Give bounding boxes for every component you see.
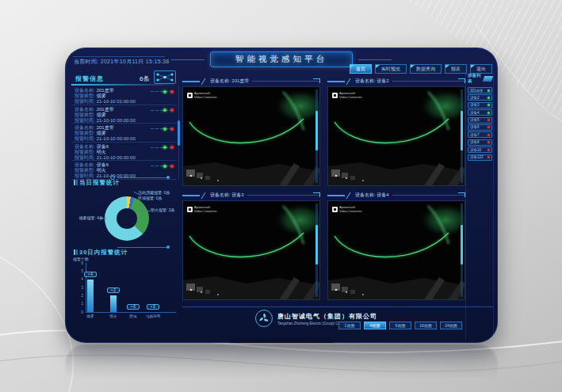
watermark: ApowersoftVideo Converter xyxy=(187,206,217,213)
donut-slice-label: 明火报警: 2条 xyxy=(151,207,175,212)
y-axis-tick: 0 xyxy=(72,310,83,314)
video-panel[interactable]: 设备名称: 设备2 xyxy=(327,76,465,186)
video-panel-header: 设备名称: 设备3 xyxy=(182,190,320,200)
slash-icon xyxy=(201,78,209,85)
device-name: 设备4 xyxy=(470,111,480,115)
device-list-item[interactable]: 201皮带 xyxy=(468,87,492,93)
donut-slice-label: 区域报警: 0条 xyxy=(138,196,162,200)
alarm-device-value: 201皮带 xyxy=(97,88,114,93)
red-status-dot xyxy=(170,127,174,131)
video-panel[interactable]: 设备名称: 设备4 xyxy=(327,190,465,300)
device-list-title: 设备列表 xyxy=(468,73,484,84)
screen-layout-button[interactable]: 16画面 xyxy=(415,322,437,329)
alarm-device-label: 设备名称: xyxy=(75,162,95,167)
device-list-item[interactable]: 设备10 xyxy=(468,147,492,153)
video-device-name: 设备名称: 设备2 xyxy=(355,78,389,85)
red-status-dot xyxy=(170,165,174,168)
video-scrollbar-thumb[interactable] xyxy=(461,111,463,150)
video-scrollbar-thumb[interactable] xyxy=(315,225,318,265)
video-scrollbar-thumb[interactable] xyxy=(461,225,463,265)
red-status-dot xyxy=(170,146,174,149)
y-axis-tick: 3 xyxy=(72,286,83,290)
video-device-name: 设备名称: 设备4 xyxy=(355,192,389,199)
device-list-item[interactable]: 设备6 xyxy=(468,124,492,131)
device-list-item[interactable]: 设备2 xyxy=(468,94,492,101)
y-axis-tick: 2 xyxy=(72,294,83,298)
video-feed[interactable]: ApowersoftVideo Converter xyxy=(327,200,465,300)
bar-value-bubble: • 0 xyxy=(147,304,159,310)
video-content xyxy=(183,201,320,300)
device-status-dot xyxy=(487,89,490,92)
header-segment-decor xyxy=(327,195,345,196)
header-segment-decor xyxy=(182,81,200,82)
device-name: 设备10 xyxy=(470,148,481,152)
alarm-list: 设备名称:201皮带 报警类型:烟雾 报警时间:21-10-10 01:00:0… xyxy=(71,86,177,180)
alarm-device-value: 201皮带 xyxy=(97,107,114,112)
alarm-time-value: 21-10-10 01:00:00 xyxy=(97,99,136,104)
alarm-list-item[interactable]: 设备名称:201皮带 报警类型:烟雾 报警时间:21-10-10 00:00:0… xyxy=(71,105,177,124)
nav-button[interactable]: 首页 xyxy=(350,64,372,74)
watermark: ApowersoftVideo Converter xyxy=(332,206,362,213)
video-feed[interactable]: ApowersoftVideo Converter xyxy=(182,86,320,186)
video-panel-header: 设备名称: 设备2 xyxy=(327,76,465,86)
bar-category-label: 区域 xyxy=(123,314,143,318)
monthly-alarm-bar-chart: 报警个数 0123456• 4烟雾• 2明火• 0区域• 0与岗违规 xyxy=(71,257,179,318)
alarm-type-value: 明火 xyxy=(97,150,106,154)
device-list-item[interactable]: 设备4 xyxy=(468,109,492,116)
video-feed[interactable]: ApowersoftVideo Converter xyxy=(327,86,465,186)
section-decor-dot xyxy=(166,245,170,249)
alarm-count-badge: 6条 xyxy=(140,74,149,83)
video-scrollbar-thumb[interactable] xyxy=(315,111,318,150)
nav-button[interactable]: 报表 xyxy=(445,64,467,74)
y-axis-tick: 6 xyxy=(72,261,83,265)
alarm-device-value: 设备6 xyxy=(97,162,109,167)
watermark: ApowersoftVideo Converter xyxy=(332,92,362,99)
device-reflection: 唐山智诚电气（集团）有限公司 Tangshan Zhicheng Electri… xyxy=(65,344,498,388)
device-status-dot xyxy=(487,149,490,151)
alarm-type-value: 烟雾 xyxy=(97,131,106,135)
screen-layout-button[interactable]: 1画面 xyxy=(338,322,361,329)
screen-layout-buttons: 1画面4画面9画面16画面24画面 xyxy=(338,322,462,329)
alarm-type-value: 烟雾 xyxy=(97,93,106,98)
header-segment-decor xyxy=(182,195,200,196)
bar-category-label: 明火 xyxy=(103,314,124,318)
device-list-item[interactable]: 设备7 xyxy=(468,131,492,138)
alarm-list-item[interactable]: 设备名称:设备6 报警类型:明火 报警时间:21-10-10 00:00:00 xyxy=(71,143,177,162)
x-axis xyxy=(86,312,176,313)
video-device-name: 设备名称: 设备3 xyxy=(210,192,244,199)
device-list-item[interactable]: 设备3 xyxy=(468,102,492,108)
video-feed[interactable]: ApowersoftVideo Converter xyxy=(182,200,320,300)
watermark-text: ApowersoftVideo Converter xyxy=(339,92,362,99)
alarm-level-indicator xyxy=(151,164,174,168)
nav-button[interactable]: 实时预览 xyxy=(375,64,407,74)
device-status-dot xyxy=(487,156,490,158)
red-status-dot xyxy=(170,90,174,93)
video-panel[interactable]: 设备名称: 设备3 xyxy=(182,190,320,300)
video-grid: 设备名称: 201皮带 xyxy=(182,76,465,300)
device-list-tab-icon[interactable] xyxy=(483,76,493,82)
header-line-decor xyxy=(392,195,465,196)
alarm-list-item[interactable]: 设备名称:201皮带 报警类型:烟雾 报警时间:21-10-10 00:00:0… xyxy=(71,124,177,143)
screen-layout-button[interactable]: 24画面 xyxy=(440,322,462,329)
alarm-device-label: 设备名称: xyxy=(75,144,95,149)
video-panel-header: 设备名称: 设备4 xyxy=(327,190,465,200)
bar-value-bubble: • 4 xyxy=(84,272,97,277)
monthly-stats-title: 30日内报警统计 xyxy=(74,249,128,257)
alarm-list-item[interactable]: 设备名称:201皮带 报警类型:烟雾 报警时间:21-10-10 01:00:0… xyxy=(71,86,177,105)
screen-layout-button[interactable]: 9画面 xyxy=(389,322,411,329)
alarm-level-indicator xyxy=(151,146,174,150)
nav-button[interactable]: 数据查询 xyxy=(410,64,442,74)
alarm-device-label: 设备名称: xyxy=(75,107,95,112)
alarm-scrollbar-thumb[interactable] xyxy=(178,120,180,146)
alarm-type-value: 烟雾 xyxy=(97,112,106,117)
device-list-item[interactable]: 设备8 xyxy=(468,139,492,146)
device-list-item[interactable]: 设备5 xyxy=(468,117,492,124)
watermark-text: ApowersoftVideo Converter xyxy=(339,206,362,213)
screen-layout-button[interactable]: 4画面 xyxy=(364,322,386,329)
y-axis-tick: 4 xyxy=(72,277,83,281)
video-content xyxy=(183,87,320,186)
y-axis-tick: 5 xyxy=(72,269,83,273)
device-list-item[interactable]: 设备123 xyxy=(468,154,492,161)
device-name: 设备3 xyxy=(470,103,480,107)
video-panel[interactable]: 设备名称: 201皮带 xyxy=(182,76,320,186)
